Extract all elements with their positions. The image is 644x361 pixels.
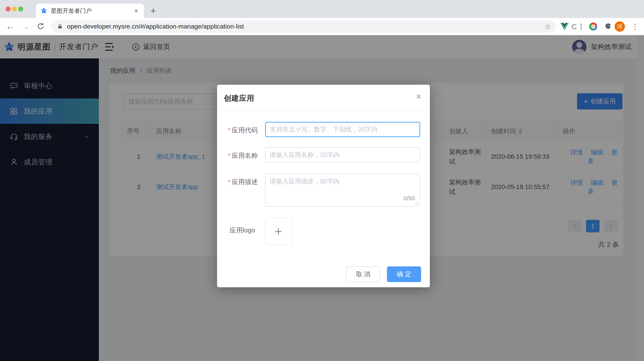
- resize-grip-icon[interactable]: [414, 201, 418, 205]
- dialog-header-divider: [217, 111, 430, 111]
- browser-tab[interactable]: 星图开发者门户 ×: [36, 4, 144, 18]
- browser-menu-kebab-icon[interactable]: ⋮: [629, 21, 641, 32]
- lock-icon: [57, 24, 63, 30]
- traffic-light-zoom-icon[interactable]: [18, 7, 23, 12]
- chrome-icon[interactable]: [587, 21, 599, 32]
- traffic-light-close-icon[interactable]: [6, 7, 10, 12]
- vue-devtools-icon[interactable]: [558, 21, 570, 32]
- extension-c-icon[interactable]: C⋮: [572, 21, 584, 32]
- field-label-app-name: *应用名称: [228, 151, 258, 160]
- create-app-dialog: 创建应用 × *应用代码 *应用名称 *应用描述 0/50 应用logo + 取…: [217, 85, 430, 287]
- extensions-puzzle-icon[interactable]: [602, 21, 614, 32]
- cancel-button[interactable]: 取 消: [346, 266, 380, 282]
- tab-close-icon[interactable]: ×: [132, 6, 141, 15]
- forward-icon[interactable]: →: [18, 19, 32, 33]
- url-bar[interactable]: open-developer.mysre.cn/#/application-ma…: [51, 21, 556, 33]
- browser-toolbar: ← → open-developer.mysre.cn/#/applicatio…: [0, 18, 644, 35]
- confirm-button[interactable]: 确 定: [387, 266, 421, 282]
- upload-plus-icon: +: [274, 225, 282, 238]
- field-label-app-code: *应用代码: [228, 126, 258, 135]
- field-label-app-logo: 应用logo: [230, 226, 255, 235]
- tab-title: 星图开发者门户: [51, 7, 132, 15]
- browser-tab-strip: 星图开发者门户 × +: [0, 0, 644, 18]
- dialog-close-icon[interactable]: ×: [413, 91, 424, 102]
- browser-profile-avatar[interactable]: 河: [614, 21, 626, 32]
- dialog-title: 创建应用: [224, 93, 254, 103]
- new-tab-button[interactable]: +: [148, 5, 159, 17]
- traffic-light-minimize-icon[interactable]: [12, 7, 17, 12]
- field-label-app-description: *应用描述: [228, 178, 258, 187]
- char-counter: 0/50: [374, 195, 415, 202]
- refresh-icon[interactable]: [34, 19, 48, 33]
- back-icon[interactable]: ←: [3, 19, 17, 33]
- url-text: open-developer.mysre.cn/#/application-ma…: [67, 23, 244, 30]
- logo-upload-box[interactable]: +: [265, 218, 292, 245]
- bookmark-star-icon[interactable]: ☆: [544, 22, 551, 31]
- app-code-input[interactable]: [265, 122, 420, 137]
- site-favicon-icon: [40, 8, 47, 14]
- app-name-input[interactable]: [265, 147, 420, 163]
